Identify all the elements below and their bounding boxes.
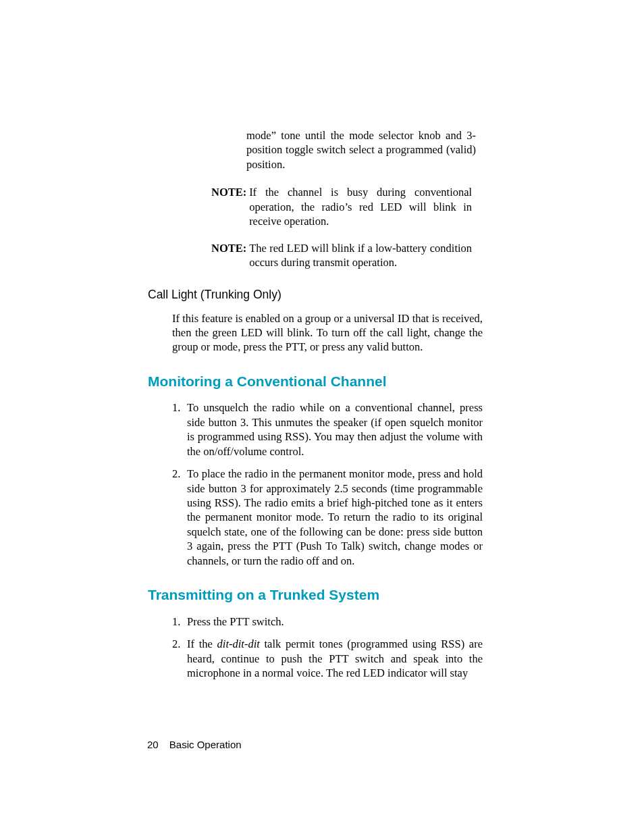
- list-number: 1.: [172, 400, 187, 459]
- note-1: NOTE: If the channel is busy during conv…: [211, 185, 478, 228]
- section-monitoring: Monitoring a Conventional Channel: [148, 373, 492, 390]
- list-number: 2.: [172, 467, 187, 568]
- text-run: If the: [187, 637, 217, 650]
- list-text: Press the PTT switch.: [187, 615, 483, 629]
- page-number: 20: [147, 739, 159, 750]
- italic-text: dit-dit-dit: [217, 637, 260, 650]
- list-item: 2. To place the radio in the permanent m…: [172, 467, 483, 568]
- continuation-paragraph: mode” tone until the mode selector knob …: [246, 128, 476, 172]
- subhead-call-light: Call Light (Trunking Only): [148, 288, 492, 302]
- note-label: NOTE:: [211, 185, 246, 199]
- call-light-paragraph: If this feature is enabled on a group or…: [172, 311, 483, 355]
- list-text: If the dit-dit-dit talk permit tones (pr…: [187, 637, 483, 680]
- section-name: Basic Operation: [169, 739, 242, 750]
- list-number: 2.: [172, 637, 187, 680]
- list-text: To unsquelch the radio while on a conven…: [187, 400, 483, 459]
- monitoring-list: 1. To unsquelch the radio while on a con…: [172, 400, 483, 568]
- list-item: 1. Press the PTT switch.: [172, 615, 483, 629]
- note-label: NOTE:: [211, 241, 246, 255]
- note-2: NOTE: The red LED will blink if a low-ba…: [211, 241, 478, 270]
- page: mode” tone until the mode selector knob …: [0, 0, 644, 834]
- list-item: 2. If the dit-dit-dit talk permit tones …: [172, 637, 483, 680]
- note-text: The red LED will blink if a low-battery …: [249, 241, 472, 270]
- note-text: If the channel is busy during convention…: [249, 185, 472, 228]
- list-text: To place the radio in the permanent moni…: [187, 467, 483, 568]
- list-item: 1. To unsquelch the radio while on a con…: [172, 400, 483, 459]
- transmitting-list: 1. Press the PTT switch. 2. If the dit-d…: [172, 615, 483, 681]
- list-number: 1.: [172, 615, 187, 629]
- page-footer: 20 Basic Operation: [147, 739, 242, 750]
- section-transmitting: Transmitting on a Trunked System: [148, 587, 492, 603]
